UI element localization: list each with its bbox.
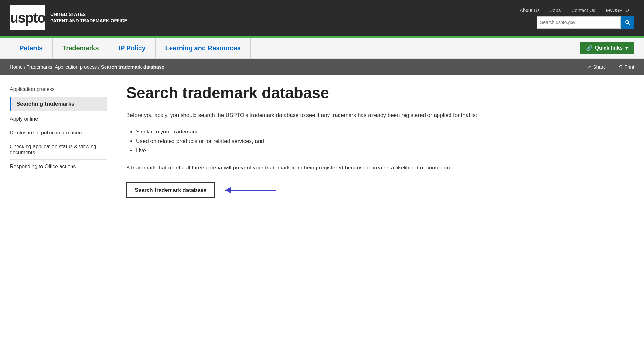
breadcrumb-actions: ↗ Share | 🖨 Print [587, 64, 634, 70]
org-line1: UNITED STATES [50, 11, 127, 18]
share-icon: ↗ [587, 64, 591, 70]
top-link-jobs[interactable]: Jobs [545, 7, 566, 13]
nav-item-patents[interactable]: Patents [10, 38, 53, 58]
sidebar-link[interactable]: Responding to Office actions [10, 159, 107, 173]
breadcrumb-current: Search trademark database [101, 64, 164, 70]
quick-links-button[interactable]: 🔗 Quick links ▾ [580, 42, 634, 54]
top-bar: uspto UNITED STATES PATENT AND TRADEMARK… [0, 0, 644, 36]
print-link[interactable]: 🖨 Print [618, 64, 634, 70]
svg-marker-1 [225, 187, 231, 193]
sidebar: Application process Searching trademarks… [10, 85, 107, 198]
main-content: Application process Searching trademarks… [0, 75, 583, 208]
logo-text: uspto [10, 11, 45, 25]
share-label: Share [593, 64, 606, 70]
intro-text: Before you apply, you should search the … [126, 111, 566, 120]
nav-item-trademarks[interactable]: Trademarks [53, 38, 109, 58]
search-button[interactable] [621, 16, 634, 29]
top-link-contact-us[interactable]: Contact Us [566, 7, 601, 13]
nav-item-learning[interactable]: Learning and Resources [156, 38, 251, 58]
quick-links-label: Quick links [595, 45, 623, 51]
logo-box: uspto [10, 5, 45, 30]
sidebar-top-link[interactable]: Application process [10, 85, 107, 94]
nav-item-ip-policy[interactable]: IP Policy [109, 38, 156, 58]
share-link[interactable]: ↗ Share [587, 64, 606, 70]
link-icon: 🔗 [586, 45, 593, 51]
breadcrumb-sep2: / [98, 64, 101, 70]
list-item: Used on related products or for related … [136, 137, 566, 146]
cta-area: Search trademark database [126, 182, 566, 198]
breadcrumb: Home / Trademarks: Application process /… [10, 64, 164, 70]
top-link-about-us[interactable]: About Us [515, 7, 545, 13]
breadcrumb-section[interactable]: Trademarks: Application process [27, 64, 97, 70]
logo-area: uspto UNITED STATES PATENT AND TRADEMARK… [10, 5, 127, 30]
arrow-indicator [221, 184, 280, 197]
breadcrumb-home[interactable]: Home [10, 64, 23, 70]
page-title: Search trademark database [126, 85, 566, 102]
search-trademark-button[interactable]: Search trademark database [126, 182, 215, 198]
print-label: Print [624, 64, 634, 70]
page-content: Search trademark database Before you app… [120, 85, 573, 198]
sidebar-active-item: Searching trademarks [10, 97, 107, 111]
search-icon [624, 19, 631, 26]
print-icon: 🖨 [618, 64, 623, 70]
org-name: UNITED STATES PATENT AND TRADEMARK OFFIC… [50, 11, 127, 24]
sidebar-link[interactable]: Checking application status & viewing do… [10, 140, 107, 159]
org-line2: PATENT AND TRADEMARK OFFICE [50, 18, 127, 24]
top-link-myuspto[interactable]: MyUSPTO [601, 7, 634, 13]
bullet-list: Similar to your trademarkUsed on related… [136, 127, 566, 156]
breadcrumb-bar: Home / Trademarks: Application process /… [0, 59, 644, 75]
sidebar-links: Apply onlineDisclosure of public informa… [10, 112, 107, 173]
list-item: Similar to your trademark [136, 127, 566, 137]
search-bar [537, 16, 634, 29]
sidebar-link[interactable]: Apply online [10, 112, 107, 126]
top-links: About UsJobsContact UsMyUSPTO [515, 7, 634, 13]
top-right: About UsJobsContact UsMyUSPTO [515, 7, 634, 29]
search-input[interactable] [537, 16, 621, 29]
action-divider: | [611, 64, 613, 70]
nav-items: PatentsTrademarksIP PolicyLearning and R… [10, 38, 580, 58]
chevron-down-icon: ▾ [625, 45, 628, 51]
sidebar-link[interactable]: Disclosure of public information [10, 126, 107, 140]
arrow-icon [221, 184, 280, 197]
list-item: Live [136, 146, 566, 156]
main-nav: PatentsTrademarksIP PolicyLearning and R… [0, 38, 644, 59]
summary-text: A trademark that meets all three criteri… [126, 163, 566, 172]
